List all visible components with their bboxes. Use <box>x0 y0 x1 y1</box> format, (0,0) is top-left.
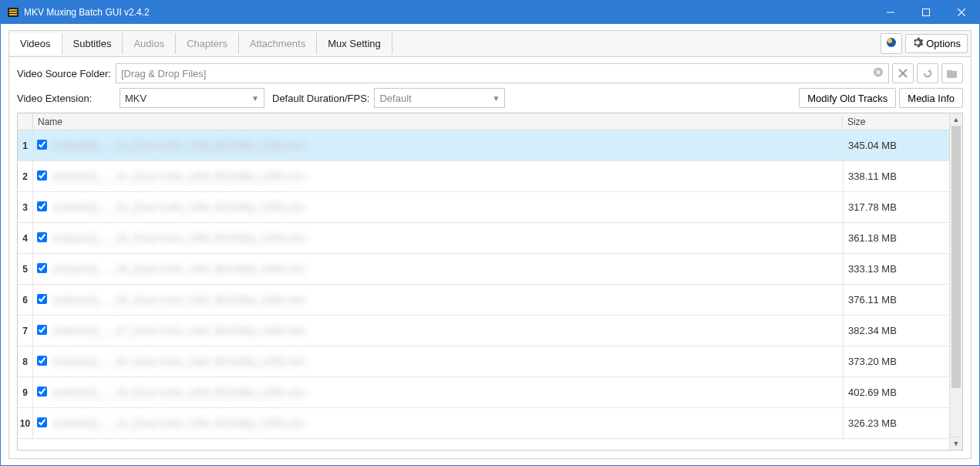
table-row[interactable]: 2[redacted]_…_02_(Dual Audio_10bit_BD108… <box>18 161 949 192</box>
row-size: 338.11 MB <box>843 161 949 191</box>
table-row[interactable]: 8[redacted]_…_08_(Dual Audio_10bit_BD108… <box>18 346 949 377</box>
row-filename: [redacted]_…_06_(Dual Audio_10bit_BD1080… <box>50 294 843 306</box>
row-size: 345.04 MB <box>843 130 949 160</box>
table-row[interactable]: 3[redacted]_…_03_(Dual Audio_10bit_BD108… <box>18 192 949 223</box>
chevron-down-icon: ▼ <box>493 94 500 103</box>
duration-value: Default <box>379 93 411 104</box>
row-index: 6 <box>18 285 33 315</box>
tab-videos[interactable]: Videos <box>9 33 62 55</box>
options-label: Options <box>926 38 961 49</box>
duration-combo[interactable]: Default ▼ <box>374 88 505 108</box>
row-size: 361.18 MB <box>843 223 949 253</box>
close-button[interactable] <box>944 1 979 24</box>
row-checkbox[interactable] <box>37 201 47 211</box>
row-size: 333.13 MB <box>843 254 949 284</box>
window-title: MKV Muxing Batch GUI v2.4.2 <box>24 7 873 18</box>
tab-subtitles[interactable]: Subtitles <box>62 33 123 54</box>
row-checkbox[interactable] <box>37 232 47 242</box>
col-name[interactable]: Name <box>33 117 843 127</box>
app-icon <box>7 6 19 19</box>
gear-icon <box>912 37 923 50</box>
media-info-button[interactable]: Media Info <box>899 88 963 108</box>
svg-point-9 <box>887 39 892 43</box>
tab-audios[interactable]: Audios <box>123 33 176 54</box>
row-index: 10 <box>18 408 33 438</box>
row-index: 3 <box>18 192 33 222</box>
source-folder-label: Video Source Folder: <box>17 68 111 79</box>
scroll-thumb[interactable] <box>951 127 961 388</box>
tab-chapters[interactable]: Chapters <box>176 33 239 54</box>
row-checkbox[interactable] <box>37 387 47 397</box>
remove-button[interactable] <box>892 63 914 83</box>
clear-source-icon[interactable] <box>873 67 884 80</box>
options-button[interactable]: Options <box>905 34 968 53</box>
table-row[interactable]: 7[redacted]_…_07_(Dual Audio_10bit_BD108… <box>18 316 949 346</box>
row-checkbox[interactable] <box>37 140 47 150</box>
duration-label: Default Duration/FPS: <box>272 93 369 104</box>
table-row[interactable]: 10[redacted]_…_10_(Dual Audio_10bit_BD10… <box>18 408 949 439</box>
row-size: 373.20 MB <box>843 346 949 377</box>
minimize-button[interactable] <box>873 1 908 24</box>
tab-bar: VideosSubtitlesAudiosChaptersAttachments… <box>8 30 972 56</box>
table-row[interactable]: 1[redacted]_…_01_(Dual Audio_10bit_BD108… <box>18 130 949 161</box>
theme-icon <box>885 36 897 51</box>
row-filename: [redacted]_…_07_(Dual Audio_10bit_BD1080… <box>50 325 843 336</box>
tab-attachments[interactable]: Attachments <box>239 33 317 54</box>
table-row[interactable]: 6[redacted]_…_06_(Dual Audio_10bit_BD108… <box>18 285 949 316</box>
row-index: 9 <box>18 377 33 407</box>
row-checkbox[interactable] <box>37 263 47 273</box>
row-filename: [redacted]_…_01_(Dual Audio_10bit_BD1080… <box>50 140 843 151</box>
row-size: 382.34 MB <box>843 316 949 346</box>
theme-toggle-button[interactable] <box>881 33 902 54</box>
row-index: 4 <box>18 223 33 253</box>
chevron-down-icon: ▼ <box>251 94 259 103</box>
row-index: 2 <box>18 161 33 191</box>
row-checkbox[interactable] <box>37 356 47 366</box>
row-filename: [redacted]_…_10_(Dual Audio_10bit_BD1080… <box>50 417 843 429</box>
table-row[interactable]: 5[redacted]_…_05_(Dual Audio_10bit_BD108… <box>18 254 949 285</box>
row-index: 8 <box>18 346 33 377</box>
row-checkbox[interactable] <box>37 325 47 335</box>
file-table: Name Size 1[redacted]_…_01_(Dual Audio_1… <box>17 113 963 451</box>
row-filename: [redacted]_…_02_(Dual Audio_10bit_BD1080… <box>50 171 843 182</box>
row-index: 1 <box>18 130 33 160</box>
scroll-down-icon[interactable]: ▼ <box>950 437 962 450</box>
row-size: 402.69 MB <box>843 377 949 407</box>
row-filename: [redacted]_…_03_(Dual Audio_10bit_BD1080… <box>50 201 843 213</box>
svg-rect-1 <box>9 9 17 11</box>
table-row[interactable]: 4[redacted]_…_04_(Dual Audio_10bit_BD108… <box>18 223 949 254</box>
row-index: 5 <box>18 254 33 284</box>
col-size[interactable]: Size <box>843 117 949 127</box>
row-filename: [redacted]_…_09_(Dual Audio_10bit_BD1080… <box>50 387 843 398</box>
maximize-button[interactable] <box>908 1 944 24</box>
row-filename: [redacted]_…_05_(Dual Audio_10bit_BD1080… <box>50 263 843 275</box>
source-folder-input[interactable]: [Drag & Drop Files] <box>116 63 889 83</box>
row-size: 326.23 MB <box>843 408 949 438</box>
browse-folder-button[interactable] <box>941 63 963 83</box>
row-checkbox[interactable] <box>37 417 47 427</box>
modify-tracks-button[interactable]: Modify Old Tracks <box>799 88 896 108</box>
table-header: Name Size <box>18 113 949 130</box>
row-index: 7 <box>18 316 33 346</box>
row-size: 317.78 MB <box>843 192 949 222</box>
row-filename: [redacted]_…_04_(Dual Audio_10bit_BD1080… <box>50 232 843 244</box>
titlebar: MKV Muxing Batch GUI v2.4.2 <box>1 1 979 24</box>
row-checkbox[interactable] <box>37 294 47 304</box>
row-checkbox[interactable] <box>37 171 47 181</box>
svg-rect-3 <box>9 14 17 15</box>
svg-rect-2 <box>9 12 17 13</box>
source-folder-placeholder: [Drag & Drop Files] <box>121 68 207 79</box>
svg-rect-5 <box>923 9 930 16</box>
extension-combo[interactable]: MKV ▼ <box>120 88 264 108</box>
row-size: 376.11 MB <box>843 285 949 315</box>
scroll-up-icon[interactable]: ▲ <box>950 113 962 127</box>
refresh-button[interactable] <box>917 63 938 83</box>
vertical-scrollbar[interactable]: ▲ ▼ <box>949 113 962 450</box>
row-filename: [redacted]_…_08_(Dual Audio_10bit_BD1080… <box>50 356 843 367</box>
extension-value: MKV <box>125 93 146 104</box>
table-row[interactable]: 9[redacted]_…_09_(Dual Audio_10bit_BD108… <box>18 377 949 408</box>
extension-label: Video Extension: <box>17 93 115 104</box>
tab-mux-setting[interactable]: Mux Setting <box>317 33 392 54</box>
